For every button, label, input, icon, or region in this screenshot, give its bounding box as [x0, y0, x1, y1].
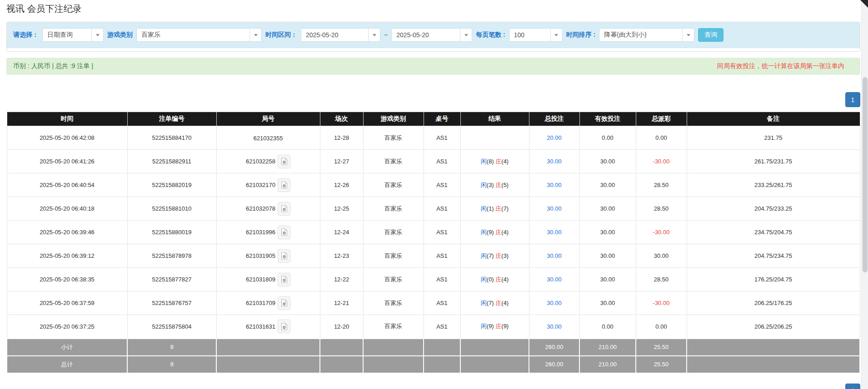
table-no-cell: AS1 — [424, 291, 460, 315]
payout-cell: -30.00 — [636, 221, 687, 244]
query-type-select[interactable]: 日期查询 — [42, 28, 104, 42]
player-result: 闲 — [481, 300, 487, 306]
game-category-select[interactable]: 百家乐 — [136, 28, 262, 42]
video-replay-icon[interactable] — [278, 202, 290, 216]
table-row: 2025-05-20 06:39:46 522515880019 6210319… — [7, 221, 860, 244]
round-cell: 621032170 — [216, 173, 320, 197]
bet-id-cell: 522515875804 — [127, 315, 216, 339]
player-result: 闲 — [481, 252, 487, 259]
sort-value: 降幂(由大到小) — [599, 31, 651, 39]
banker-result: 庄 — [495, 205, 501, 212]
video-replay-icon[interactable] — [278, 320, 290, 333]
game-cell: 百家乐 — [363, 315, 424, 339]
remark-cell: 204.75/233.25 — [687, 197, 860, 221]
query-type-value: 日期查询 — [43, 31, 77, 39]
total-bet-link[interactable]: 30.00 — [547, 205, 562, 212]
game-cell: 百家乐 — [363, 150, 424, 173]
sort-select[interactable]: 降幂(由大到小) — [599, 28, 694, 42]
result-cell: 闲(3) 庄(5) — [460, 173, 529, 197]
session-cell: 12-28 — [320, 126, 363, 150]
total-bet-link[interactable]: 30.00 — [547, 158, 562, 165]
table-row: 2025-05-20 06:37:59 522515876757 6210317… — [7, 291, 860, 315]
video-replay-icon[interactable] — [278, 178, 290, 192]
page-1-button[interactable]: 1 — [845, 92, 860, 107]
scrollbar-thumb[interactable] — [863, 77, 868, 272]
search-button[interactable]: 查询 — [698, 28, 723, 42]
total-bet-link[interactable]: 30.00 — [547, 300, 562, 306]
video-replay-icon[interactable] — [278, 273, 290, 286]
column-header-game: 游戏类别 — [363, 112, 424, 126]
per-page-select[interactable]: 100 — [509, 28, 563, 42]
payout-cell: -30.00 — [636, 291, 687, 315]
total-bet-cell: 30.00 — [529, 173, 579, 197]
remark-cell: 261.75/231.75 — [687, 150, 860, 173]
time-cell: 2025-05-20 06:42:08 — [7, 126, 127, 150]
valid-bet-cell: 30.00 — [579, 291, 636, 315]
query-type-label: 请选择： — [13, 31, 39, 39]
remark-cell: 234.75/204.75 — [687, 221, 860, 244]
page-1-button-bottom[interactable]: 1 — [845, 384, 860, 389]
payout-cell: 28.50 — [636, 197, 687, 221]
video-replay-icon[interactable] — [278, 249, 290, 263]
remark-cell: 231.75 — [687, 126, 860, 150]
date-from-value: 2025-05-20 — [301, 31, 343, 39]
banker-result: 庄 — [495, 229, 501, 236]
total-bet-link[interactable]: 30.00 — [547, 252, 562, 259]
total-bet-cell: 30.00 — [529, 244, 579, 268]
total-bet-link[interactable]: 30.00 — [547, 229, 562, 236]
video-replay-icon[interactable] — [278, 226, 290, 239]
result-cell: 闲(9) 庄(4) — [460, 221, 529, 244]
total-bet-link[interactable]: 20.00 — [547, 134, 562, 141]
column-header-table: 桌号 — [424, 112, 460, 126]
video-replay-icon[interactable] — [278, 296, 290, 310]
sort-label: 时间排序 : — [566, 31, 596, 39]
game-category-label: 游戏类别 — [107, 31, 133, 39]
table-row: 2025-05-20 06:41:26 522515882911 6210322… — [7, 150, 860, 173]
time-cell: 2025-05-20 06:41:26 — [7, 150, 127, 173]
time-cell: 2025-05-20 06:40:18 — [7, 197, 127, 221]
column-header-valid-bet: 有效投注 — [579, 112, 636, 126]
banker-result: 庄 — [495, 182, 501, 188]
remark-cell: 176.25/204.75 — [687, 268, 860, 291]
total-bet-cell: 30.00 — [529, 268, 579, 291]
session-cell: 12-24 — [320, 221, 363, 244]
game-category-value: 百家乐 — [137, 31, 165, 39]
table-no-cell: AS1 — [424, 173, 460, 197]
column-header-round: 局号 — [216, 112, 320, 126]
table-no-cell: AS1 — [424, 244, 460, 268]
video-replay-icon[interactable] — [278, 155, 290, 168]
date-to-select[interactable]: 2025-05-20 — [391, 28, 472, 42]
chevron-down-icon — [550, 29, 562, 41]
time-cell: 2025-05-20 06:39:46 — [7, 221, 127, 244]
vertical-scrollbar[interactable] — [861, 0, 868, 389]
game-cell: 百家乐 — [363, 268, 424, 291]
total-bet-link[interactable]: 30.00 — [547, 323, 562, 330]
game-cell: 百家乐 — [363, 221, 424, 244]
game-cell: 百家乐 — [363, 244, 424, 268]
column-header-remark: 备注 — [687, 112, 860, 126]
valid-bet-cell: 0.00 — [579, 315, 636, 339]
round-number: 621031996 — [246, 229, 275, 236]
per-page-label: 每页笔数 : — [476, 31, 505, 39]
grand-total-label: 总计 — [7, 356, 127, 373]
valid-bet-cell: 30.00 — [579, 197, 636, 221]
column-header-payout: 总派彩 — [636, 112, 687, 126]
total-bet-link[interactable]: 30.00 — [547, 182, 562, 188]
date-from-select[interactable]: 2025-05-20 — [301, 28, 380, 42]
table-row: 2025-05-20 06:42:08 522515884170 6210323… — [7, 126, 860, 150]
chevron-down-icon — [682, 29, 694, 41]
session-cell: 12-22 — [320, 268, 363, 291]
table-no-cell: AS1 — [424, 197, 460, 221]
session-cell: 12-25 — [320, 197, 363, 221]
valid-bet-cell: 30.00 — [579, 268, 636, 291]
table-no-cell: AS1 — [424, 150, 460, 173]
result-cell — [460, 126, 529, 150]
page-title: 视讯 会员下注纪录 — [6, 3, 860, 15]
time-cell: 2025-05-20 06:37:25 — [7, 315, 127, 339]
table-header: 时间 注单编号 局号 场次 游戏类别 桌号 结果 总投注 有效投注 总派彩 备注 — [7, 112, 860, 126]
time-cell: 2025-05-20 06:38:35 — [7, 268, 127, 291]
banker-result: 庄 — [495, 158, 501, 165]
total-bet-link[interactable]: 30.00 — [547, 276, 562, 283]
round-number: 621032258 — [246, 158, 275, 165]
per-page-value: 100 — [509, 31, 529, 39]
